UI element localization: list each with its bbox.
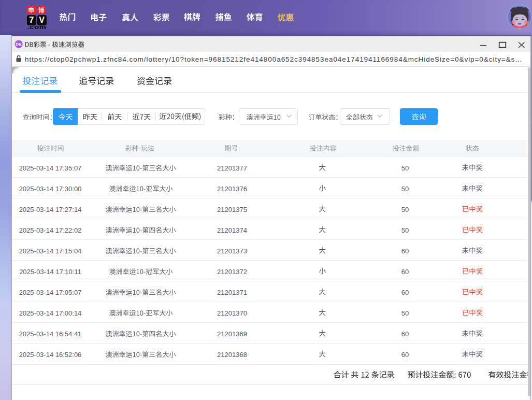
svg-text:DB: DB [16, 42, 22, 47]
